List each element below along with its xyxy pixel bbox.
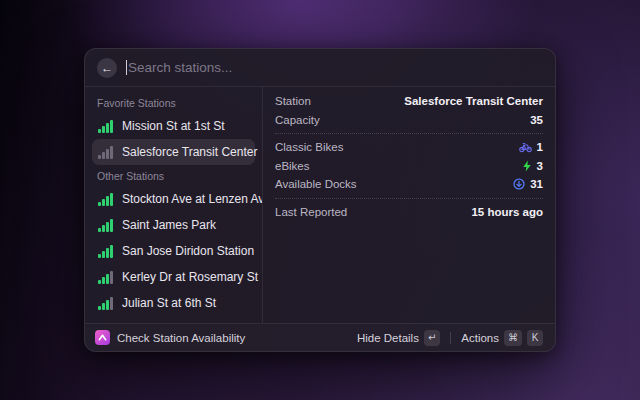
detail-row: Last Reported15 hours ago xyxy=(275,203,543,222)
detail-row: Available Docks31 xyxy=(275,175,543,194)
section-header: Other Stations xyxy=(92,165,255,186)
k-key-icon: K xyxy=(527,330,543,346)
search-input[interactable]: Search stations... xyxy=(126,49,543,86)
circle-arrow-down-icon xyxy=(513,178,525,190)
search-bar: ← Search stations... xyxy=(85,49,555,87)
detail-value: 3 xyxy=(522,160,543,172)
detail-value: 31 xyxy=(513,178,543,190)
detail-row: eBikes3 xyxy=(275,157,543,176)
window-body: Favorite StationsMission St at 1st StSal… xyxy=(85,87,555,323)
search-placeholder: Search stations... xyxy=(128,60,232,75)
station-name: Julian St at 6th St xyxy=(122,296,216,310)
signal-bars-icon xyxy=(98,218,114,232)
signal-bars-icon xyxy=(98,244,114,258)
actions-button[interactable]: Actions ⌘ K xyxy=(457,327,547,349)
station-name: Mission St at 1st St xyxy=(122,119,225,133)
station-name: Kerley Dr at Rosemary St xyxy=(122,270,258,284)
command-title: Check Station Availability xyxy=(117,332,245,344)
details-group-divider xyxy=(275,198,543,199)
station-list-item[interactable]: San Jose Diridon Station xyxy=(92,238,255,264)
cmd-key-icon: ⌘ xyxy=(504,330,522,346)
signal-bars-icon xyxy=(98,145,114,159)
bolt-icon xyxy=(522,160,532,172)
detail-value: 15 hours ago xyxy=(471,206,543,218)
station-list-item[interactable]: 23rd St at Santa Clara St xyxy=(92,316,255,323)
bike-icon xyxy=(519,142,532,153)
return-key-icon: ↵ xyxy=(424,330,440,346)
details-group-divider xyxy=(275,133,543,134)
action-bar: Check Station Availability Hide Details … xyxy=(85,323,555,351)
detail-value: 1 xyxy=(519,141,543,153)
detail-value: Salesforce Transit Center xyxy=(404,95,543,107)
detail-label: Available Docks xyxy=(275,178,357,190)
station-name: Saint James Park xyxy=(122,218,216,232)
signal-bars-icon xyxy=(98,119,114,133)
detail-row: StationSalesforce Transit Center xyxy=(275,92,543,111)
station-name: San Jose Diridon Station xyxy=(122,244,254,258)
detail-label: Classic Bikes xyxy=(275,141,343,153)
launcher-window: ← Search stations... Favorite StationsMi… xyxy=(84,48,556,352)
detail-label: eBikes xyxy=(275,160,310,172)
station-list-item[interactable]: Julian St at 6th St xyxy=(92,290,255,316)
detail-label: Station xyxy=(275,95,311,107)
station-list-item[interactable]: Salesforce Transit Center xyxy=(92,139,255,165)
signal-bars-icon xyxy=(98,192,114,206)
signal-bars-icon xyxy=(98,270,114,284)
station-list-item[interactable]: Stockton Ave at Lenzen Ave xyxy=(92,186,255,212)
station-name: Salesforce Transit Center xyxy=(122,145,257,159)
hide-details-label: Hide Details xyxy=(357,332,419,344)
extension-icon xyxy=(95,330,110,345)
hide-details-button[interactable]: Hide Details ↵ xyxy=(353,327,444,349)
signal-bars-icon xyxy=(98,296,114,310)
station-name: Stockton Ave at Lenzen Ave xyxy=(122,192,263,206)
detail-label: Capacity xyxy=(275,114,320,126)
footer-divider xyxy=(450,332,451,344)
detail-label: Last Reported xyxy=(275,206,347,218)
detail-value: 35 xyxy=(530,114,543,126)
section-header: Favorite Stations xyxy=(92,92,255,113)
station-list-item[interactable]: Saint James Park xyxy=(92,212,255,238)
back-button[interactable]: ← xyxy=(97,58,117,78)
detail-row: Classic Bikes1 xyxy=(275,138,543,157)
detail-row: Capacity35 xyxy=(275,111,543,130)
station-details-panel: StationSalesforce Transit CenterCapacity… xyxy=(263,87,555,323)
station-list-item[interactable]: Kerley Dr at Rosemary St xyxy=(92,264,255,290)
actions-label: Actions xyxy=(461,332,499,344)
station-list: Favorite StationsMission St at 1st StSal… xyxy=(85,87,263,323)
station-list-item[interactable]: Mission St at 1st St xyxy=(92,113,255,139)
arrow-left-icon: ← xyxy=(101,58,113,78)
text-cursor xyxy=(126,60,127,75)
